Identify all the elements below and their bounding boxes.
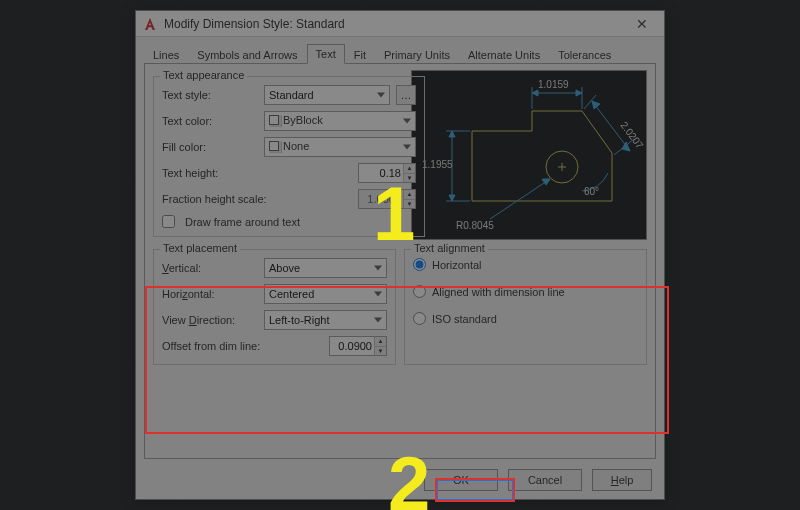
group-legend: Text alignment (411, 242, 488, 254)
label-fraction-height: Fraction height scale: (162, 193, 282, 205)
tab-lines[interactable]: Lines (144, 45, 188, 64)
svg-marker-16 (592, 101, 600, 109)
preview-radius: R0.8045 (456, 220, 494, 231)
radio-aligned[interactable] (413, 285, 426, 298)
preview-angle: 60° (584, 186, 599, 197)
tab-fit[interactable]: Fit (345, 45, 375, 64)
group-text-alignment: Text alignment Horizontal Aligned with d… (404, 249, 647, 365)
spin-down-icon[interactable]: ▼ (374, 347, 386, 356)
vertical-select[interactable]: Above (264, 258, 387, 278)
preview-dim-top: 1.0159 (538, 79, 569, 90)
text-color-select[interactable]: ⬜ (264, 111, 416, 131)
tab-tolerances[interactable]: Tolerances (549, 45, 620, 64)
text-style-select[interactable]: Standard (264, 85, 390, 105)
help-button[interactable]: Help (592, 469, 652, 491)
label-offset: Offset from dim line: (162, 340, 272, 352)
text-style-browse-button[interactable]: … (396, 85, 416, 105)
svg-marker-7 (576, 90, 582, 96)
group-text-appearance: Text appearance Text style: Standard … T… (153, 76, 425, 237)
svg-marker-6 (532, 90, 538, 96)
tab-label: Alternate Units (468, 49, 540, 61)
view-direction-select[interactable]: Left-to-Right (264, 310, 387, 330)
preview-dim-right: 2.0207 (618, 120, 645, 151)
close-icon[interactable]: ✕ (626, 16, 658, 32)
tab-label: Text (316, 48, 336, 60)
spin-down-icon: ▼ (403, 200, 415, 209)
titlebar: Modify Dimension Style: Standard ✕ (136, 11, 664, 37)
group-legend: Text appearance (160, 69, 247, 81)
spin-up-icon: ▲ (403, 190, 415, 200)
label-align-iso: ISO standard (432, 313, 497, 325)
dimension-preview: 1.0159 1.1955 2.0207 60° R0.8045 (411, 70, 647, 240)
radio-iso[interactable] (413, 312, 426, 325)
autocad-logo-icon (142, 16, 158, 32)
tab-primary-units[interactable]: Primary Units (375, 45, 459, 64)
cancel-button[interactable]: Cancel (508, 469, 582, 491)
label-fill-color: Fill color: (162, 141, 258, 153)
label-vertical: Vertical: (162, 262, 258, 274)
tab-label: Lines (153, 49, 179, 61)
horizontal-select[interactable]: Centered (264, 284, 387, 304)
tab-alternate-units[interactable]: Alternate Units (459, 45, 549, 64)
spin-down-icon[interactable]: ▼ (403, 174, 415, 183)
preview-dim-left: 1.1955 (422, 159, 453, 170)
group-legend: Text placement (160, 242, 240, 254)
label-text-style: Text style: (162, 89, 258, 101)
tab-symbols-and-arrows[interactable]: Symbols and Arrows (188, 45, 306, 64)
tab-label: Symbols and Arrows (197, 49, 297, 61)
modify-dimension-style-dialog: Modify Dimension Style: Standard ✕ Lines… (135, 10, 665, 500)
ok-button[interactable]: OK (424, 469, 498, 491)
dialog-footer: OK Cancel Help (136, 465, 664, 499)
group-text-placement: Text placement Vertical: Above Horizonta… (153, 249, 396, 365)
fill-color-select[interactable]: ⬜ (264, 137, 416, 157)
label-horizontal: Horizontal: (162, 288, 258, 300)
draw-frame-checkbox[interactable] (162, 215, 175, 228)
radio-horizontal[interactable] (413, 258, 426, 271)
label-align-horizontal: Horizontal (432, 259, 482, 271)
tab-panel-text: 1.0159 1.1955 2.0207 60° R0.8045 Text ap… (144, 63, 656, 459)
svg-line-18 (490, 179, 550, 219)
svg-marker-11 (449, 131, 455, 137)
svg-marker-12 (449, 195, 455, 201)
label-text-height: Text height: (162, 167, 258, 179)
tab-text[interactable]: Text (307, 44, 345, 64)
spin-up-icon[interactable]: ▲ (403, 164, 415, 174)
tab-label: Primary Units (384, 49, 450, 61)
label-align-aligned: Aligned with dimension line (432, 286, 565, 298)
label-draw-frame: Draw frame around text (185, 216, 300, 228)
dialog-title: Modify Dimension Style: Standard (164, 17, 626, 31)
tab-strip: Lines Symbols and Arrows Text Fit Primar… (136, 37, 664, 63)
spin-up-icon[interactable]: ▲ (374, 337, 386, 347)
label-text-color: Text color: (162, 115, 258, 127)
tab-label: Fit (354, 49, 366, 61)
tab-label: Tolerances (558, 49, 611, 61)
label-view-direction: View Direction: (162, 314, 258, 326)
